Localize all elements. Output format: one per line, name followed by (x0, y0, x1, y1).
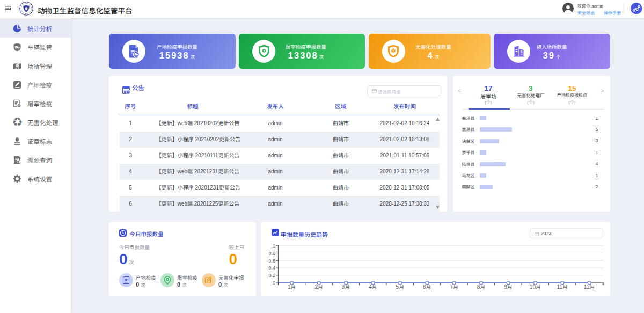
svg-text:6月: 6月 (423, 284, 431, 290)
svg-text:0.2: 0.2 (268, 273, 275, 278)
svg-text:5月: 5月 (396, 284, 405, 290)
svg-text:1: 1 (273, 243, 275, 249)
svg-text:12月: 12月 (584, 284, 595, 290)
svg-text:0.6: 0.6 (268, 258, 275, 264)
svg-text:3月: 3月 (342, 284, 350, 290)
svg-text:0: 0 (273, 280, 275, 286)
svg-text:1月: 1月 (288, 284, 296, 290)
svg-text:4月: 4月 (369, 284, 377, 290)
svg-text:10月: 10月 (530, 284, 541, 290)
svg-text:2月: 2月 (314, 284, 323, 290)
svg-text:11月: 11月 (557, 284, 568, 290)
svg-text:0.4: 0.4 (268, 265, 275, 271)
svg-text:0.8: 0.8 (268, 251, 275, 256)
svg-text:8月: 8月 (477, 284, 486, 290)
svg-text:7月: 7月 (450, 284, 458, 290)
svg-text:9月: 9月 (504, 284, 513, 290)
